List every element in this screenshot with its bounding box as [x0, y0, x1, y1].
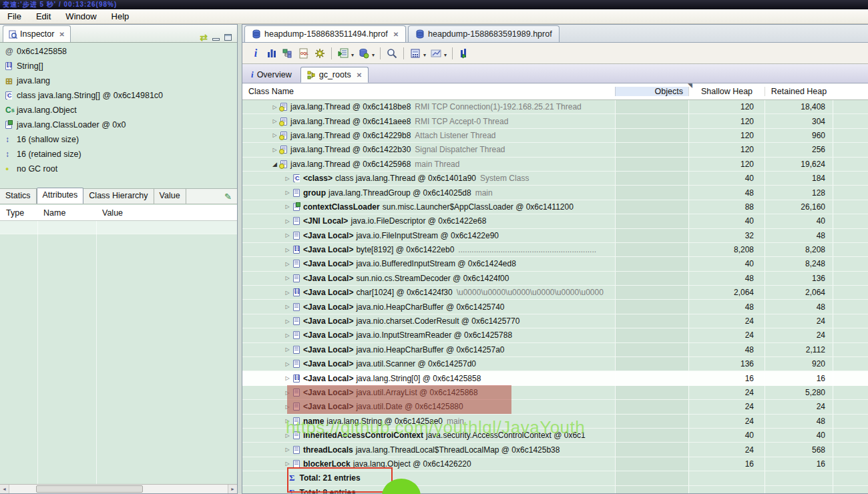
- expand-arrow-icon[interactable]: ▷: [283, 447, 292, 453]
- menu-item-file[interactable]: File: [0, 10, 29, 23]
- maximize-icon[interactable]: [224, 34, 232, 41]
- expand-arrow-icon[interactable]: ▷: [283, 290, 292, 296]
- column-header-retained-heap[interactable]: Retained Heap: [765, 87, 833, 96]
- editor-tab-heapdump-1588683511494.hprof[interactable]: heapdump-1588683511494.hprof✕: [244, 25, 406, 42]
- attr-column-value[interactable]: Value: [96, 208, 237, 218]
- inspector-item[interactable]: Csjava.lang.Object: [0, 103, 237, 117]
- tree-row[interactable]: ▷<class>class java.lang.Thread @ 0x6c140…: [242, 172, 868, 186]
- oql-icon[interactable]: OQL: [296, 46, 311, 61]
- dropdown-arrow-icon[interactable]: ▾: [444, 52, 447, 58]
- calculator-icon[interactable]: [408, 46, 423, 61]
- close-icon[interactable]: ✕: [393, 31, 399, 38]
- tree-row[interactable]: ▷<Java Local>java.io.FileInputStream @ 0…: [242, 229, 868, 243]
- minimize-icon[interactable]: [212, 38, 220, 41]
- inspector-item[interactable]: class java.lang.String[] @ 0x6c14981c0: [0, 88, 237, 103]
- column-header-shallow-heap[interactable]: Shallow Heap: [688, 87, 765, 96]
- column-header-objects[interactable]: ◥Objects: [615, 87, 688, 96]
- tree-row[interactable]: ▷<Java Local>byte[8192] @ 0x6c1422eb0...…: [242, 243, 868, 257]
- thread-overview-icon[interactable]: [312, 46, 327, 61]
- inspector-item[interactable]: @0x6c1425858: [0, 44, 237, 59]
- tab-attributes[interactable]: Attributes: [37, 188, 84, 204]
- run-expert-report-icon[interactable]: [457, 46, 471, 61]
- tree-row[interactable]: ◢java.lang.Thread @ 0x6c1425968main Thre…: [242, 158, 868, 172]
- expand-arrow-icon[interactable]: ▷: [283, 361, 292, 367]
- expand-arrow-icon[interactable]: ▷: [283, 346, 292, 352]
- scrollbar-track[interactable]: [9, 485, 228, 493]
- collapse-arrow-icon[interactable]: ◢: [270, 161, 279, 168]
- tree-row[interactable]: ▷<Java Local>java.lang.String[0] @ 0x6c1…: [242, 371, 868, 385]
- tree-row[interactable]: ▷java.lang.Thread @ 0x6c141aee8RMI TCP A…: [242, 114, 868, 128]
- expand-arrow-icon[interactable]: ▷: [283, 461, 292, 467]
- expand-arrow-icon[interactable]: ▷: [283, 304, 292, 310]
- inspector-item[interactable]: java.lang.ClassLoader @ 0x0: [0, 117, 237, 132]
- tree-row[interactable]: ▷<Java Local>java.nio.HeapCharBuffer @ 0…: [242, 300, 868, 314]
- tree-row[interactable]: ▷<JNI Local>java.io.FileDescriptor @ 0x6…: [242, 214, 868, 228]
- expand-arrow-icon[interactable]: ▷: [283, 375, 292, 381]
- tree-row[interactable]: ▷groupjava.lang.ThreadGroup @ 0x6c14025d…: [242, 186, 868, 200]
- menu-item-window[interactable]: Window: [58, 10, 103, 23]
- dropdown-arrow-icon[interactable]: ▾: [372, 52, 375, 58]
- tree-row[interactable]: ▷<Java Local>sun.nio.cs.StreamDecoder @ …: [242, 272, 868, 286]
- inspector-item[interactable]: ↕16 (retained size): [0, 147, 237, 162]
- expand-arrow-icon[interactable]: ▷: [270, 104, 279, 110]
- compare-icon[interactable]: [429, 46, 443, 61]
- scrollbar-thumb[interactable]: [36, 485, 143, 493]
- attributes-table-body[interactable]: [0, 221, 237, 484]
- expand-arrow-icon[interactable]: ▷: [270, 118, 279, 124]
- expand-arrow-icon[interactable]: ▷: [283, 232, 292, 238]
- inspector-item[interactable]: String[]: [0, 59, 237, 73]
- column-header-class-name[interactable]: Class Name: [242, 87, 615, 96]
- tab-value[interactable]: Value: [154, 189, 186, 204]
- expand-arrow-icon[interactable]: ▷: [270, 132, 279, 138]
- info-icon[interactable]: i: [248, 46, 263, 61]
- expand-arrow-icon[interactable]: ▷: [283, 261, 292, 267]
- expand-arrow-icon[interactable]: ▷: [283, 176, 292, 182]
- tree-row[interactable]: ▷<Java Local>java.util.Scanner @ 0x6c142…: [242, 357, 868, 371]
- sync-arrows-icon[interactable]: ⇄: [200, 33, 208, 42]
- close-icon[interactable]: ✕: [357, 71, 362, 79]
- tree-row[interactable]: ▷contextClassLoadersun.misc.Launcher$App…: [242, 200, 868, 214]
- close-icon[interactable]: ✕: [59, 31, 64, 38]
- tree-row[interactable]: ▷threadLocalsjava.lang.ThreadLocal$Threa…: [242, 443, 868, 457]
- inspector-item[interactable]: ↕16 (shallow size): [0, 132, 237, 147]
- tab-gc_roots[interactable]: gc_roots✕: [300, 67, 369, 83]
- dropdown-arrow-icon[interactable]: ▾: [351, 52, 354, 58]
- pin-pencil-icon[interactable]: ✎: [224, 192, 232, 204]
- tree-row[interactable]: ▷<Java Local>java.io.InputStreamReader @…: [242, 328, 868, 342]
- dominator-tree-icon[interactable]: [280, 46, 295, 61]
- expand-arrow-icon[interactable]: ▷: [283, 332, 292, 338]
- histogram-icon[interactable]: [264, 46, 279, 61]
- tab-overview[interactable]: iOverview: [245, 67, 298, 83]
- tab-inspector[interactable]: Inspector ✕: [3, 25, 71, 42]
- tree-row[interactable]: ▷java.lang.Thread @ 0x6c14229b8Attach Li…: [242, 129, 868, 143]
- menu-item-edit[interactable]: Edit: [29, 10, 58, 23]
- scroll-left-arrow[interactable]: ◄: [0, 485, 9, 493]
- tree-row[interactable]: ▷java.lang.Thread @ 0x6c1418be8RMI TCP C…: [242, 100, 868, 114]
- expand-arrow-icon[interactable]: ▷: [283, 218, 292, 224]
- search-icon[interactable]: [385, 46, 399, 61]
- expand-arrow-icon[interactable]: ▷: [283, 275, 292, 281]
- horizontal-scrollbar[interactable]: ◄ ►: [0, 484, 237, 493]
- tab-class-hierarchy[interactable]: Class Hierarchy: [83, 189, 154, 204]
- tree-row[interactable]: ▷<Java Local>java.nio.charset.CoderResul…: [242, 314, 868, 328]
- expand-arrow-icon[interactable]: ▷: [283, 190, 292, 196]
- editor-tab-heapdump-1588683591989.hprof[interactable]: heapdump-1588683591989.hprof: [408, 25, 560, 42]
- attributes-empty-row[interactable]: [0, 221, 237, 234]
- tree-row[interactable]: ▷java.lang.Thread @ 0x6c1422b30Signal Di…: [242, 143, 868, 157]
- expand-arrow-icon[interactable]: ▷: [283, 318, 292, 324]
- expand-arrow-icon[interactable]: ▷: [283, 204, 292, 210]
- scroll-right-arrow[interactable]: ►: [228, 485, 237, 493]
- expand-arrow-icon[interactable]: ▷: [283, 247, 292, 253]
- tab-statics[interactable]: Statics: [0, 189, 37, 204]
- attr-column-name[interactable]: Name: [37, 208, 96, 218]
- tree-row[interactable]: ▷<Java Local>java.nio.HeapCharBuffer @ 0…: [242, 343, 868, 357]
- heap-dump-icon[interactable]: [357, 46, 371, 61]
- attr-column-type[interactable]: Type: [0, 208, 37, 218]
- dropdown-arrow-icon[interactable]: ▾: [423, 52, 426, 58]
- tree-row[interactable]: ▷<Java Local>char[1024] @ 0x6c1424f30\u0…: [242, 286, 868, 300]
- expand-arrow-icon[interactable]: ▷: [270, 147, 279, 153]
- inspector-item[interactable]: ⊞java.lang: [0, 73, 237, 88]
- tree-row[interactable]: ▷<Java Local>java.io.BufferedInputStream…: [242, 257, 868, 271]
- inspector-item[interactable]: ●no GC root: [0, 162, 237, 176]
- menu-item-help[interactable]: Help: [104, 10, 137, 23]
